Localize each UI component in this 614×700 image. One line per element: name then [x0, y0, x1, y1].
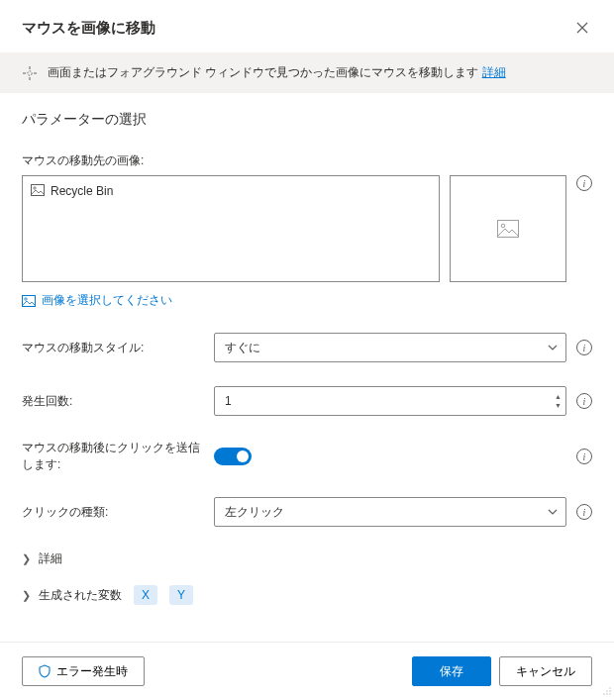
advanced-label: 詳細 — [39, 550, 62, 567]
close-button[interactable] — [572, 18, 592, 39]
picture-icon — [22, 295, 36, 307]
occurrence-value: 1 — [225, 394, 232, 408]
chevron-right-icon: ❯ — [22, 552, 31, 565]
spinner-down[interactable]: ▼ — [555, 401, 562, 410]
click-type-value: 左クリック — [225, 504, 284, 521]
chevron-down-icon — [548, 345, 558, 350]
occurrence-label: 発生回数: — [22, 393, 204, 410]
cancel-label: キャンセル — [516, 663, 575, 680]
dialog-footer: エラー発生時 保存 キャンセル — [0, 642, 614, 700]
row-click-type: クリックの種類: 左クリック i — [22, 497, 592, 527]
svg-point-4 — [501, 224, 505, 228]
resize-grip[interactable] — [602, 686, 612, 698]
picture-icon — [31, 184, 45, 196]
svg-rect-5 — [23, 295, 36, 306]
svg-rect-1 — [32, 185, 45, 196]
selected-image-name: Recycle Bin — [51, 184, 113, 198]
image-select-row: Recycle Bin i — [22, 175, 592, 282]
image-box-main[interactable]: Recycle Bin — [22, 175, 440, 282]
svg-point-8 — [606, 690, 608, 692]
footer-right: 保存 キャンセル — [412, 656, 592, 686]
svg-point-10 — [603, 693, 605, 695]
save-label: 保存 — [440, 663, 463, 680]
section-title: パラメーターの選択 — [22, 111, 592, 129]
dialog-title: マウスを画像に移動 — [22, 19, 155, 38]
svg-point-6 — [25, 297, 27, 299]
info-button-move-style[interactable]: i — [576, 340, 592, 355]
svg-point-7 — [609, 687, 611, 689]
chevron-right-icon: ❯ — [22, 589, 31, 602]
resize-grip-icon — [602, 686, 612, 696]
picture-placeholder-icon — [497, 220, 519, 238]
move-style-select[interactable]: すぐに — [214, 333, 566, 362]
image-field-label: マウスの移動先の画像: — [22, 152, 592, 169]
svg-point-9 — [609, 690, 611, 692]
advanced-expander[interactable]: ❯ 詳細 — [22, 550, 592, 567]
svg-point-2 — [34, 187, 36, 189]
info-banner: 画面またはフォアグラウンド ウィンドウで見つかった画像にマウスを移動します 詳細 — [0, 52, 614, 93]
svg-point-0 — [28, 70, 32, 74]
info-button-occurrence[interactable]: i — [576, 393, 592, 409]
cancel-button[interactable]: キャンセル — [499, 656, 592, 686]
save-button[interactable]: 保存 — [412, 656, 491, 686]
toggle-thumb — [237, 450, 249, 462]
click-type-select[interactable]: 左クリック — [214, 497, 566, 527]
row-send-click: マウスの移動後にクリックを送信します: i — [22, 440, 592, 473]
click-type-label: クリックの種類: — [22, 504, 204, 521]
send-click-label: マウスの移動後にクリックを送信します: — [22, 440, 204, 473]
image-box-preview[interactable] — [450, 175, 566, 282]
info-button-send-click[interactable]: i — [576, 449, 592, 464]
generated-vars-label: 生成された変数 — [39, 587, 122, 604]
banner-text-wrap: 画面またはフォアグラウンド ウィンドウで見つかった画像にマウスを移動します 詳細 — [48, 64, 506, 81]
spinner-arrows: ▲ ▼ — [555, 387, 562, 415]
shield-icon — [39, 664, 51, 678]
banner-text: 画面またはフォアグラウンド ウィンドウで見つかった画像にマウスを移動します — [48, 65, 482, 79]
move-style-label: マウスの移動スタイル: — [22, 340, 204, 356]
var-badge-x[interactable]: X — [134, 585, 157, 605]
info-button-click-type[interactable]: i — [576, 504, 592, 520]
row-occurrence: 発生回数: 1 ▲ ▼ i — [22, 386, 592, 416]
info-button-image[interactable]: i — [576, 175, 592, 191]
occurrence-input[interactable]: 1 ▲ ▼ — [214, 386, 566, 416]
svg-rect-3 — [498, 221, 519, 238]
svg-point-12 — [609, 693, 611, 695]
image-validation-text: 画像を選択してください — [42, 292, 172, 309]
content-area: パラメーターの選択 マウスの移動先の画像: Recycle Bin i 画像を選… — [0, 93, 614, 633]
banner-link[interactable]: 詳細 — [482, 65, 506, 79]
move-style-value: すぐに — [225, 340, 260, 356]
on-error-label: エラー発生時 — [56, 663, 128, 680]
var-badge-y[interactable]: Y — [169, 585, 193, 605]
chevron-down-icon — [548, 509, 558, 515]
target-icon — [22, 65, 38, 81]
row-move-style: マウスの移動スタイル: すぐに i — [22, 333, 592, 362]
generated-vars-expander[interactable]: ❯ 生成された変数 X Y — [22, 585, 592, 605]
image-validation: 画像を選択してください — [22, 292, 592, 309]
on-error-button[interactable]: エラー発生時 — [22, 656, 145, 686]
dialog-header: マウスを画像に移動 — [0, 0, 614, 52]
close-icon — [576, 22, 588, 34]
spinner-up[interactable]: ▲ — [555, 392, 562, 401]
svg-point-11 — [606, 693, 608, 695]
send-click-toggle[interactable] — [214, 448, 252, 465]
